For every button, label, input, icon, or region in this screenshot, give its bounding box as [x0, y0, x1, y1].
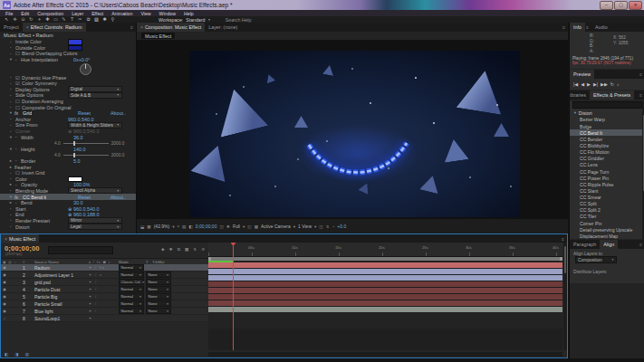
color-swatch[interactable]	[68, 39, 82, 45]
layer-switches[interactable]: ✦ ⧸	[89, 281, 119, 284]
effect-list-item[interactable]: CC Lens	[570, 162, 644, 168]
vertical-scrollbar[interactable]	[563, 243, 567, 350]
eraser-tool[interactable]: ▨	[92, 16, 101, 23]
tab-audio[interactable]: Audio	[591, 23, 611, 32]
reset-link[interactable]: Reset	[78, 195, 91, 200]
effect-list-item[interactable]: Corner Pin	[570, 220, 644, 226]
effect-property-row[interactable]: ◔ Outside Color	[0, 45, 136, 52]
stopwatch-icon[interactable]: ◔	[9, 87, 15, 91]
effect-property-row[interactable]: ◔ Color	[0, 176, 136, 182]
stopwatch-icon[interactable]: ◔	[9, 40, 15, 44]
close-icon[interactable]: ×	[26, 24, 29, 30]
stopwatch-icon[interactable]: ◔	[9, 81, 15, 86]
camera-tool[interactable]: ⌖	[35, 16, 43, 23]
track-matte-dropdown[interactable]: None▼	[146, 272, 171, 278]
align-to-dropdown[interactable]: Composition ▼	[575, 256, 617, 263]
menu-item[interactable]: Effect	[91, 11, 103, 16]
viewer-toolbar-item[interactable]: ▾	[314, 224, 316, 229]
viewer-toolbar-item[interactable]: +0.0	[337, 224, 346, 229]
slider[interactable]	[63, 143, 109, 144]
stopwatch-icon[interactable]: ◔	[14, 158, 21, 163]
track-matte-dropdown[interactable]: None▼	[146, 308, 171, 314]
tab-composition[interactable]: × Composition: Music Effect	[137, 23, 205, 32]
close-button[interactable]: ✕	[629, 1, 642, 10]
blend-mode-dropdown[interactable]: Normal▼	[119, 272, 144, 278]
layer-duration-bar[interactable]	[208, 307, 562, 313]
viewer-toolbar-item[interactable]: ◫	[219, 224, 223, 229]
viewer-toolbar-item[interactable]: ↯	[326, 224, 330, 229]
eye-icon[interactable]: ◉	[3, 301, 6, 306]
layer-name[interactable]: grid.psd	[34, 280, 89, 285]
minimize-button[interactable]: –	[600, 1, 613, 10]
clone-stamp-tool[interactable]: ⧉	[84, 16, 92, 23]
timeline-option-icon[interactable]: ◈	[161, 247, 165, 252]
checkbox[interactable]: ☑	[15, 81, 22, 86]
audio-icon[interactable]: ♪	[3, 317, 6, 320]
effect-property-row[interactable]: ◔ ☐ Duration Averaging	[0, 99, 136, 105]
layer-row[interactable]: ◉ 1 Radium ✦ ⧸ fx Normal▼	[1, 264, 208, 272]
effect-property-row[interactable]: ◔ Distort Legal ▼	[0, 224, 136, 230]
timeline-search-input[interactable]	[48, 246, 113, 254]
blend-mode-dropdown[interactable]: Normal▼	[119, 286, 144, 292]
layer-name[interactable]: Particle Big	[34, 294, 89, 300]
property-value[interactable]: 140.0	[73, 147, 86, 152]
stopwatch-icon[interactable]: ◔	[9, 123, 15, 128]
slider[interactable]	[63, 155, 109, 156]
effect-property-row[interactable]: ► ◔ Bend 30.0	[0, 200, 136, 206]
panel-menu-icon[interactable]: ≡	[639, 71, 644, 77]
tab-effects-presets[interactable]: Effects & Presets	[590, 90, 634, 100]
stopwatch-icon[interactable]: ◔	[9, 188, 15, 193]
property-value[interactable]: 5.0	[73, 158, 81, 164]
stopwatch-icon[interactable]: ◔	[9, 105, 15, 110]
close-icon[interactable]: ×	[140, 24, 143, 30]
timeline-option-icon[interactable]: ❖	[169, 247, 173, 252]
effect-list-item[interactable]: CC Griddler	[570, 156, 644, 162]
about-link[interactable]: About..	[111, 195, 126, 200]
time-ruler[interactable]: 05s10s15s20s25s30s35s40s	[208, 243, 562, 257]
effects-search-input[interactable]	[572, 101, 642, 109]
tab-project[interactable]: Project	[0, 23, 23, 32]
layer-name[interactable]: Blue light	[34, 309, 89, 314]
eye-icon[interactable]: ◉	[3, 309, 6, 313]
composition-viewport[interactable]	[137, 40, 568, 219]
property-value[interactable]: 0x+0.0°	[73, 57, 91, 62]
property-value[interactable]: ⊕ 960.0,540.0	[68, 206, 100, 212]
last-frame-button[interactable]: ▶▶	[601, 81, 608, 87]
viewer-toolbar-item[interactable]: ⌗	[178, 224, 180, 229]
layer-switches[interactable]: ✦	[89, 317, 119, 320]
horizontal-scrollbar[interactable]	[208, 352, 562, 357]
panel-menu-icon[interactable]: ≡	[130, 24, 136, 30]
brush-tool[interactable]: ✑	[76, 16, 84, 23]
tab-preview[interactable]: Preview	[570, 70, 594, 79]
effect-property-row[interactable]: ◔ ☐ Invert Grid	[0, 170, 136, 176]
layer-row[interactable]: ◉ 7 Blue light ✦ ⧸ Normal▼ None▼	[1, 308, 208, 315]
layer-duration-bar[interactable]	[208, 281, 562, 288]
layer-duration-bar[interactable]	[208, 269, 562, 275]
orbit-camera-tool[interactable]: ↻	[27, 16, 35, 23]
menu-item[interactable]: Layer	[72, 11, 83, 16]
viewer-toolbar-item[interactable]: 1 View	[298, 224, 312, 229]
layer-duration-bar[interactable]	[208, 294, 562, 300]
menu-item[interactable]: Edit	[21, 11, 29, 16]
layer-name[interactable]: Particle Small	[34, 301, 89, 307]
shape-tool[interactable]: ▭	[52, 16, 60, 23]
effect-property-row[interactable]: ◔ Start ⊕ 960.0,540.0	[0, 205, 136, 212]
play-button[interactable]: ▶	[587, 81, 591, 87]
track-matte-dropdown[interactable]: None▼	[146, 300, 171, 307]
panel-menu-icon[interactable]: ≡	[562, 236, 567, 242]
puppet-pin-tool[interactable]: ⚲	[109, 16, 117, 23]
viewer-toolbar-item[interactable]: (42.9%)	[154, 224, 170, 229]
eye-icon[interactable]: ◉	[3, 287, 6, 291]
viewer-toolbar-item[interactable]: ▤	[182, 224, 186, 229]
pen-tool[interactable]: ✎	[60, 16, 68, 23]
stopwatch-icon[interactable]: ◔	[9, 129, 15, 134]
effect-property-row[interactable]: ◔ Inside Color	[0, 39, 136, 45]
stopwatch-icon[interactable]: ◔	[9, 75, 15, 80]
stopwatch-icon[interactable]: ◔	[9, 206, 15, 211]
close-icon[interactable]: ×	[5, 236, 7, 242]
first-frame-button[interactable]: |◀	[573, 81, 578, 87]
layer-name[interactable]: Particle Dust	[34, 287, 89, 292]
menu-item[interactable]: Help	[184, 11, 194, 16]
property-value[interactable]: 30.0	[73, 200, 83, 205]
effect-list-item[interactable]: Bezier Warp	[570, 117, 644, 123]
